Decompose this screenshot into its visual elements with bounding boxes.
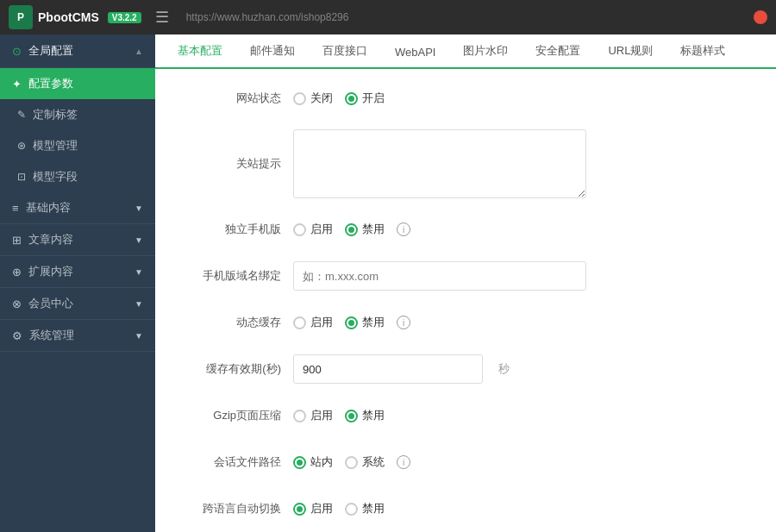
form-area: 网站状态 关闭 开启 关站提示 [155,69,776,532]
sidebar-item-article-content[interactable]: ⊞ 文章内容 ▼ [0,224,155,255]
chevron-down-icon: ▼ [135,203,143,213]
radio-open-label: 开启 [362,91,385,106]
sidebar-group-system-manage: ⚙ 系统管理 ▼ [0,320,155,352]
sidebar-item-custom-tags[interactable]: ✎ 定制标签 [0,99,155,130]
info-session-path[interactable]: i [397,455,410,469]
control-mobile-version: 启用 禁用 i [293,222,750,237]
radio-multilang-enable-circle [293,503,306,516]
user-avatar[interactable] [754,10,767,24]
label-website-status: 网站状态 [181,91,293,106]
form-row-dynamic-cache: 动态缓存 启用 禁用 i [181,307,750,338]
control-dynamic-cache: 启用 禁用 i [293,315,750,330]
radio-mobile-disable[interactable]: 禁用 [345,222,385,237]
menu-toggle-icon[interactable]: ☰ [155,8,169,27]
radio-website-status: 关闭 开启 [293,91,385,106]
radio-multilang-disable[interactable]: 禁用 [345,501,385,516]
sidebar-item-system-manage[interactable]: ⚙ 系统管理 ▼ [0,320,155,351]
label-multilang: 跨语言自动切换 [181,501,293,516]
radio-multilang: 启用 禁用 [293,501,385,516]
tag-icon: ✎ [17,109,26,121]
article-icon: ⊞ [12,234,22,247]
radio-cache-disable-label: 禁用 [362,315,385,330]
version-badge: V3.2.2 [108,12,141,23]
label-dynamic-cache: 动态缓存 [181,315,293,330]
radio-close-circle [293,92,306,105]
radio-multilang-enable[interactable]: 启用 [293,501,333,516]
radio-mobile-enable[interactable]: 启用 [293,222,333,237]
label-mobile-version: 独立手机版 [181,222,293,237]
form-row-gzip: Gzip页面压缩 启用 禁用 [181,400,750,431]
config-icon: ✦ [12,78,22,91]
radio-cache-enable-label: 启用 [310,315,333,330]
chevron-down-icon: ▼ [135,331,143,341]
tab-image-watermark[interactable]: 图片水印 [449,34,522,69]
chevron-down-icon: ▼ [135,267,143,277]
mobile-domain-input[interactable] [293,261,586,291]
radio-dynamic-cache: 启用 禁用 [293,315,385,330]
radio-open-circle [345,92,358,105]
radio-mobile-disable-label: 禁用 [362,222,385,237]
radio-cache-disable[interactable]: 禁用 [345,315,385,330]
radio-gzip-enable[interactable]: 启用 [293,408,333,423]
radio-session-internal-label: 站内 [310,454,333,470]
topbar: P PbootCMS V3.2.2 ☰ https://www.huzhan.c… [0,0,776,34]
sidebar-group-article-content: ⊞ 文章内容 ▼ [0,224,155,256]
tab-security-config[interactable]: 安全配置 [522,34,594,69]
info-mobile-version[interactable]: i [397,222,410,236]
sidebar-item-global-config[interactable]: ⊙ 全局配置 ▲ [0,34,155,68]
site-url: https://www.huzhan.com/ishop8296 [186,11,349,23]
radio-session-system-label: 系统 [362,454,385,470]
radio-close[interactable]: 关闭 [293,91,333,106]
radio-session-internal-circle [293,456,306,469]
radio-mobile-enable-label: 启用 [310,222,333,237]
radio-cache-enable[interactable]: 启用 [293,315,333,330]
close-tip-textarea[interactable] [293,129,586,198]
tab-email-notify[interactable]: 邮件通知 [236,34,309,69]
radio-gzip-disable-circle [345,410,358,422]
sidebar-group-label: 基础内容 [26,200,71,216]
tab-webapi[interactable]: WebAPI [381,37,449,69]
sidebar-item-label: 全局配置 [28,43,73,59]
sidebar-item-model-manage[interactable]: ⊛ 模型管理 [0,130,155,161]
field-icon: ⊡ [17,171,26,183]
tab-basic-config[interactable]: 基本配置 [164,34,236,69]
radio-session-system[interactable]: 系统 [345,454,385,470]
tab-url-rules[interactable]: URL规则 [594,34,666,69]
radio-gzip-disable[interactable]: 禁用 [345,408,385,423]
label-gzip: Gzip页面压缩 [181,408,293,423]
sidebar-item-member-center[interactable]: ⊗ 会员中心 ▼ [0,288,155,319]
label-close-tip: 关站提示 [181,156,293,172]
sidebar-sub-label: 模型管理 [33,138,78,153]
form-row-mobile-version: 独立手机版 启用 禁用 i [181,214,750,245]
list-icon: ≡ [12,202,19,215]
radio-close-label: 关闭 [310,91,333,106]
sidebar-item-extend-content[interactable]: ⊕ 扩展内容 ▼ [0,256,155,287]
sidebar-group-label: 系统管理 [29,328,74,343]
chevron-down-icon: ▼ [135,299,143,309]
sidebar-item-basic-content[interactable]: ≡ 基础内容 ▼ [0,192,155,223]
form-row-session-path: 会话文件路径 站内 系统 i [181,447,750,478]
radio-gzip-enable-circle [293,410,306,422]
label-session-path: 会话文件路径 [181,454,293,470]
sidebar-item-model-fields[interactable]: ⊡ 模型字段 [0,161,155,192]
sidebar-group-label: 扩展内容 [28,264,73,279]
logo-icon: P [9,5,33,29]
gear-icon: ⚙ [12,329,22,342]
control-mobile-domain [293,261,750,291]
sidebar-group-extend-content: ⊕ 扩展内容 ▼ [0,256,155,288]
info-dynamic-cache[interactable]: i [397,316,410,329]
form-row-close-tip: 关站提示 [181,129,750,198]
logo-text: PbootCMS [38,10,99,24]
tab-baidu-api[interactable]: 百度接口 [309,34,381,69]
sidebar-item-config-params[interactable]: ✦ 配置参数 [0,68,155,99]
radio-open[interactable]: 开启 [345,91,385,106]
radio-mobile-disable-circle [345,223,358,236]
radio-session-internal[interactable]: 站内 [293,454,333,470]
radio-gzip-disable-label: 禁用 [362,408,385,423]
label-mobile-domain: 手机版域名绑定 [181,268,293,284]
tab-title-style[interactable]: 标题样式 [666,34,739,69]
cache-expire-input[interactable] [293,354,483,384]
control-multilang: 启用 禁用 [293,501,750,516]
control-website-status: 关闭 开启 [293,91,750,106]
content-area: 基本配置 邮件通知 百度接口 WebAPI 图片水印 安全配置 URL规则 标题… [155,34,776,532]
